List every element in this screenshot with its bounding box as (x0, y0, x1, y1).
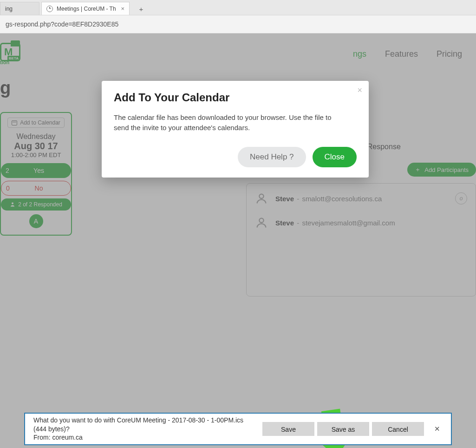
modal-body: The calendar file has been downloaded to… (114, 112, 346, 133)
clock-icon (46, 6, 53, 12)
save-as-button[interactable]: Save as (317, 422, 369, 436)
url-text: gs-respond.php?code=8EF8D2930E85 (6, 20, 118, 28)
modal-title: Add To Your Calendar (114, 91, 357, 104)
add-to-calendar-modal: × Add To Your Calendar The calendar file… (102, 81, 369, 178)
tab-title: Meetings | CoreUM - Th (57, 6, 116, 12)
browser-tab-inactive[interactable]: ing (0, 2, 39, 15)
download-source: From: coreum.ca (33, 433, 243, 442)
browser-tab-active[interactable]: Meetings | CoreUM - Th × (41, 2, 130, 15)
close-button[interactable]: Close (313, 147, 357, 167)
download-bar: What do you want to do with CoreUM Meeti… (24, 413, 452, 445)
plus-icon: + (139, 5, 143, 13)
close-icon[interactable]: × (121, 5, 124, 12)
new-tab-button[interactable]: + (134, 3, 148, 15)
save-button[interactable]: Save (262, 422, 314, 436)
close-icon[interactable]: × (357, 86, 362, 95)
download-size: (444 bytes)? (33, 425, 243, 434)
download-question: What do you want to do with CoreUM Meeti… (33, 416, 243, 425)
tab-title: ing (5, 6, 13, 12)
address-bar[interactable]: gs-respond.php?code=8EF8D2930E85 (0, 15, 476, 33)
cancel-button[interactable]: Cancel (372, 422, 424, 436)
close-icon[interactable]: ✕ (431, 423, 443, 435)
need-help-button[interactable]: Need Help ? (238, 147, 306, 167)
browser-tab-strip: ing Meetings | CoreUM - Th × + (0, 0, 476, 15)
